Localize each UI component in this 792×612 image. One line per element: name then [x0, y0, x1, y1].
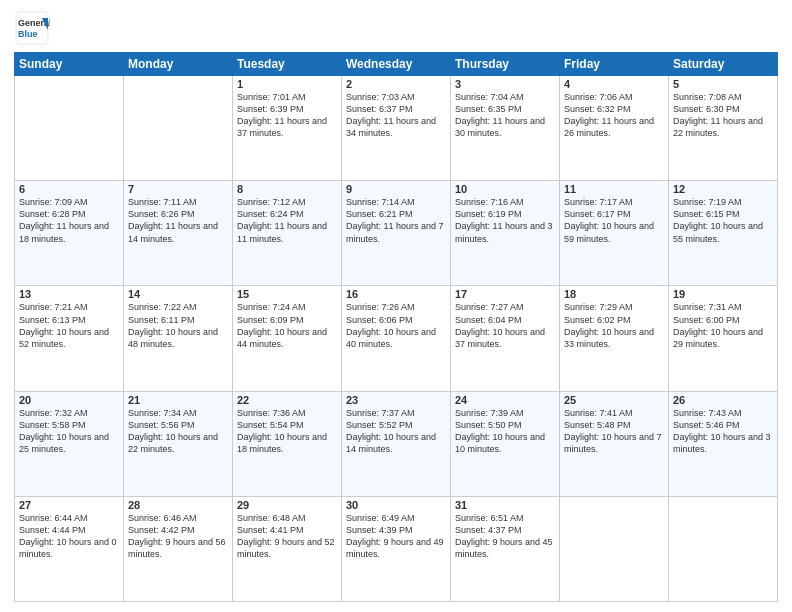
day-info: Sunrise: 7:39 AMSunset: 5:50 PMDaylight:…	[455, 407, 555, 456]
calendar-week-row: 13Sunrise: 7:21 AMSunset: 6:13 PMDayligh…	[15, 286, 778, 391]
calendar-cell: 29Sunrise: 6:48 AMSunset: 4:41 PMDayligh…	[233, 496, 342, 601]
calendar-cell: 13Sunrise: 7:21 AMSunset: 6:13 PMDayligh…	[15, 286, 124, 391]
day-number: 22	[237, 394, 337, 406]
calendar-cell: 21Sunrise: 7:34 AMSunset: 5:56 PMDayligh…	[124, 391, 233, 496]
page: General Blue SundayMondayTuesdayWednesda…	[0, 0, 792, 612]
day-info: Sunrise: 7:29 AMSunset: 6:02 PMDaylight:…	[564, 301, 664, 350]
day-number: 17	[455, 288, 555, 300]
day-info: Sunrise: 6:49 AMSunset: 4:39 PMDaylight:…	[346, 512, 446, 561]
calendar-cell	[124, 76, 233, 181]
calendar-cell: 14Sunrise: 7:22 AMSunset: 6:11 PMDayligh…	[124, 286, 233, 391]
weekday-header: Sunday	[15, 53, 124, 76]
day-number: 28	[128, 499, 228, 511]
logo-icon: General Blue	[14, 10, 50, 46]
calendar-week-row: 1Sunrise: 7:01 AMSunset: 6:39 PMDaylight…	[15, 76, 778, 181]
calendar-cell: 16Sunrise: 7:26 AMSunset: 6:06 PMDayligh…	[342, 286, 451, 391]
calendar-cell: 10Sunrise: 7:16 AMSunset: 6:19 PMDayligh…	[451, 181, 560, 286]
day-info: Sunrise: 7:24 AMSunset: 6:09 PMDaylight:…	[237, 301, 337, 350]
calendar-cell: 11Sunrise: 7:17 AMSunset: 6:17 PMDayligh…	[560, 181, 669, 286]
day-info: Sunrise: 7:14 AMSunset: 6:21 PMDaylight:…	[346, 196, 446, 245]
day-number: 5	[673, 78, 773, 90]
calendar-cell: 17Sunrise: 7:27 AMSunset: 6:04 PMDayligh…	[451, 286, 560, 391]
day-number: 12	[673, 183, 773, 195]
svg-rect-0	[16, 12, 48, 44]
day-info: Sunrise: 7:26 AMSunset: 6:06 PMDaylight:…	[346, 301, 446, 350]
weekday-header: Saturday	[669, 53, 778, 76]
day-info: Sunrise: 7:43 AMSunset: 5:46 PMDaylight:…	[673, 407, 773, 456]
calendar-week-row: 20Sunrise: 7:32 AMSunset: 5:58 PMDayligh…	[15, 391, 778, 496]
day-number: 24	[455, 394, 555, 406]
day-number: 6	[19, 183, 119, 195]
day-info: Sunrise: 7:08 AMSunset: 6:30 PMDaylight:…	[673, 91, 773, 140]
svg-text:Blue: Blue	[18, 29, 38, 39]
calendar-cell: 1Sunrise: 7:01 AMSunset: 6:39 PMDaylight…	[233, 76, 342, 181]
calendar-cell: 26Sunrise: 7:43 AMSunset: 5:46 PMDayligh…	[669, 391, 778, 496]
day-number: 26	[673, 394, 773, 406]
weekday-header: Friday	[560, 53, 669, 76]
day-info: Sunrise: 7:17 AMSunset: 6:17 PMDaylight:…	[564, 196, 664, 245]
day-number: 1	[237, 78, 337, 90]
day-number: 21	[128, 394, 228, 406]
calendar-cell: 31Sunrise: 6:51 AMSunset: 4:37 PMDayligh…	[451, 496, 560, 601]
calendar-cell: 7Sunrise: 7:11 AMSunset: 6:26 PMDaylight…	[124, 181, 233, 286]
day-info: Sunrise: 7:41 AMSunset: 5:48 PMDaylight:…	[564, 407, 664, 456]
weekday-header: Monday	[124, 53, 233, 76]
calendar-cell: 24Sunrise: 7:39 AMSunset: 5:50 PMDayligh…	[451, 391, 560, 496]
day-info: Sunrise: 6:51 AMSunset: 4:37 PMDaylight:…	[455, 512, 555, 561]
day-info: Sunrise: 6:44 AMSunset: 4:44 PMDaylight:…	[19, 512, 119, 561]
calendar-cell: 27Sunrise: 6:44 AMSunset: 4:44 PMDayligh…	[15, 496, 124, 601]
day-info: Sunrise: 6:46 AMSunset: 4:42 PMDaylight:…	[128, 512, 228, 561]
day-number: 9	[346, 183, 446, 195]
day-number: 27	[19, 499, 119, 511]
calendar-cell: 2Sunrise: 7:03 AMSunset: 6:37 PMDaylight…	[342, 76, 451, 181]
day-number: 3	[455, 78, 555, 90]
calendar-cell	[669, 496, 778, 601]
calendar-cell: 12Sunrise: 7:19 AMSunset: 6:15 PMDayligh…	[669, 181, 778, 286]
day-info: Sunrise: 7:16 AMSunset: 6:19 PMDaylight:…	[455, 196, 555, 245]
day-info: Sunrise: 7:21 AMSunset: 6:13 PMDaylight:…	[19, 301, 119, 350]
calendar-table: SundayMondayTuesdayWednesdayThursdayFrid…	[14, 52, 778, 602]
calendar-cell: 9Sunrise: 7:14 AMSunset: 6:21 PMDaylight…	[342, 181, 451, 286]
day-number: 31	[455, 499, 555, 511]
day-number: 30	[346, 499, 446, 511]
day-info: Sunrise: 7:09 AMSunset: 6:28 PMDaylight:…	[19, 196, 119, 245]
calendar-cell: 28Sunrise: 6:46 AMSunset: 4:42 PMDayligh…	[124, 496, 233, 601]
calendar-cell: 15Sunrise: 7:24 AMSunset: 6:09 PMDayligh…	[233, 286, 342, 391]
calendar-cell: 8Sunrise: 7:12 AMSunset: 6:24 PMDaylight…	[233, 181, 342, 286]
calendar-cell: 22Sunrise: 7:36 AMSunset: 5:54 PMDayligh…	[233, 391, 342, 496]
day-number: 19	[673, 288, 773, 300]
calendar-cell: 25Sunrise: 7:41 AMSunset: 5:48 PMDayligh…	[560, 391, 669, 496]
calendar-cell: 5Sunrise: 7:08 AMSunset: 6:30 PMDaylight…	[669, 76, 778, 181]
day-number: 23	[346, 394, 446, 406]
day-info: Sunrise: 7:32 AMSunset: 5:58 PMDaylight:…	[19, 407, 119, 456]
day-number: 7	[128, 183, 228, 195]
calendar-cell: 18Sunrise: 7:29 AMSunset: 6:02 PMDayligh…	[560, 286, 669, 391]
day-number: 16	[346, 288, 446, 300]
calendar-cell: 20Sunrise: 7:32 AMSunset: 5:58 PMDayligh…	[15, 391, 124, 496]
calendar-cell: 6Sunrise: 7:09 AMSunset: 6:28 PMDaylight…	[15, 181, 124, 286]
day-info: Sunrise: 7:22 AMSunset: 6:11 PMDaylight:…	[128, 301, 228, 350]
day-number: 11	[564, 183, 664, 195]
day-info: Sunrise: 7:11 AMSunset: 6:26 PMDaylight:…	[128, 196, 228, 245]
weekday-header: Tuesday	[233, 53, 342, 76]
day-number: 8	[237, 183, 337, 195]
calendar-cell: 30Sunrise: 6:49 AMSunset: 4:39 PMDayligh…	[342, 496, 451, 601]
day-info: Sunrise: 7:03 AMSunset: 6:37 PMDaylight:…	[346, 91, 446, 140]
calendar-week-row: 27Sunrise: 6:44 AMSunset: 4:44 PMDayligh…	[15, 496, 778, 601]
day-number: 10	[455, 183, 555, 195]
day-number: 4	[564, 78, 664, 90]
day-number: 14	[128, 288, 228, 300]
day-info: Sunrise: 7:01 AMSunset: 6:39 PMDaylight:…	[237, 91, 337, 140]
calendar-cell: 23Sunrise: 7:37 AMSunset: 5:52 PMDayligh…	[342, 391, 451, 496]
calendar-week-row: 6Sunrise: 7:09 AMSunset: 6:28 PMDaylight…	[15, 181, 778, 286]
day-info: Sunrise: 7:12 AMSunset: 6:24 PMDaylight:…	[237, 196, 337, 245]
day-info: Sunrise: 7:36 AMSunset: 5:54 PMDaylight:…	[237, 407, 337, 456]
day-number: 13	[19, 288, 119, 300]
calendar-cell: 19Sunrise: 7:31 AMSunset: 6:00 PMDayligh…	[669, 286, 778, 391]
day-number: 29	[237, 499, 337, 511]
calendar-cell: 3Sunrise: 7:04 AMSunset: 6:35 PMDaylight…	[451, 76, 560, 181]
day-info: Sunrise: 7:34 AMSunset: 5:56 PMDaylight:…	[128, 407, 228, 456]
day-info: Sunrise: 7:37 AMSunset: 5:52 PMDaylight:…	[346, 407, 446, 456]
calendar-cell	[560, 496, 669, 601]
day-info: Sunrise: 7:06 AMSunset: 6:32 PMDaylight:…	[564, 91, 664, 140]
